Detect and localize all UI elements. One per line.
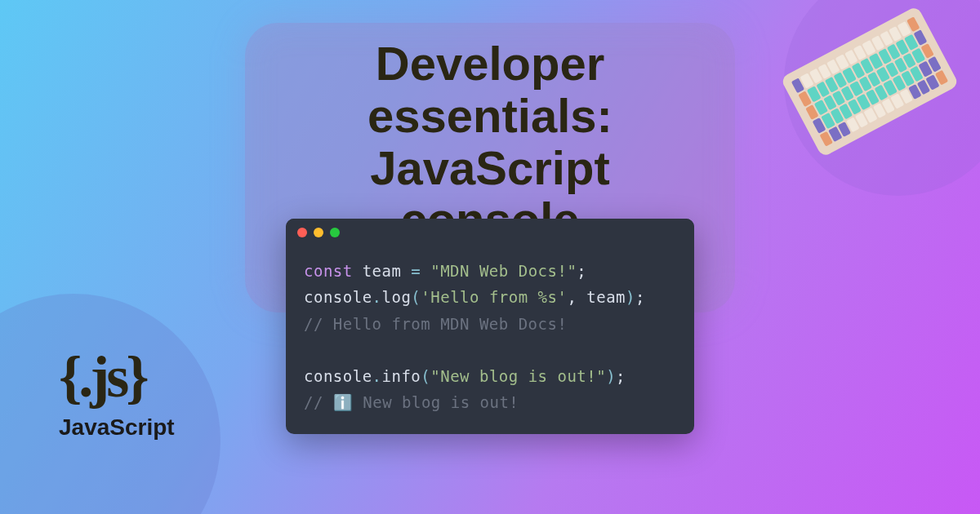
- code-line-1: const team = "MDN Web Docs!";: [304, 258, 676, 284]
- traffic-light-close-icon: [297, 228, 307, 237]
- window-titlebar: [286, 219, 694, 246]
- traffic-light-minimize-icon: [314, 228, 323, 237]
- code-body: const team = "MDN Web Docs!"; console.lo…: [286, 246, 694, 434]
- js-logo: {.js} JavaScript: [59, 343, 175, 441]
- js-logo-braces: {.js}: [59, 343, 175, 411]
- code-blank-line: [304, 337, 676, 363]
- code-line-4: console.info("New blog is out!");: [304, 363, 676, 389]
- code-line-5: // ℹ️ New blog is out!: [304, 389, 676, 415]
- code-window: const team = "MDN Web Docs!"; console.lo…: [286, 219, 694, 434]
- code-line-3: // Hello from MDN Web Docs!: [304, 311, 676, 337]
- traffic-light-zoom-icon: [330, 228, 340, 237]
- js-logo-label: JavaScript: [59, 414, 175, 441]
- code-line-2: console.log('Hello from %s', team);: [304, 284, 676, 310]
